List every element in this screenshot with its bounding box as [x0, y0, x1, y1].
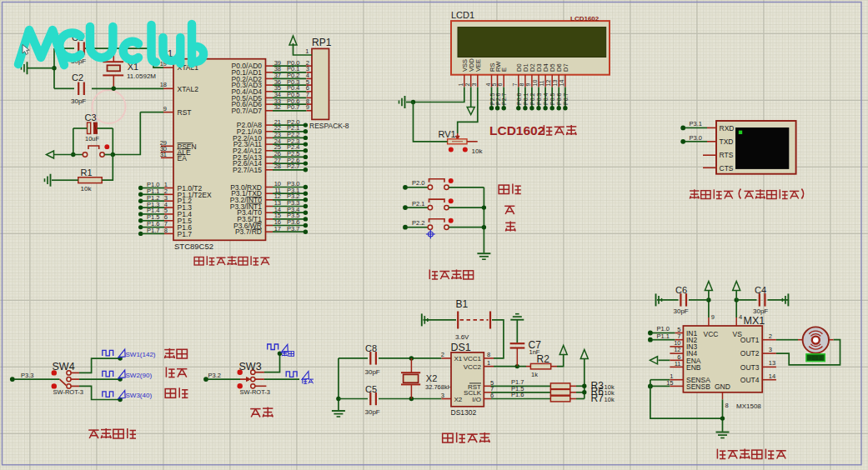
svg-text:SW3(40): SW3(40)	[126, 392, 153, 399]
svg-text:TXD: TXD	[720, 138, 734, 146]
svg-text:P1.7: P1.7	[178, 230, 193, 238]
svg-text:OUT3: OUT3	[740, 363, 760, 372]
svg-text:P3.1: P3.1	[690, 120, 702, 128]
svg-text:9: 9	[163, 105, 167, 112]
svg-text:3: 3	[441, 392, 444, 399]
svg-text:30pF: 30pF	[365, 368, 380, 376]
svg-text:SW-ROT-3: SW-ROT-3	[240, 388, 271, 396]
svg-text:7: 7	[512, 83, 518, 87]
svg-text:8: 8	[487, 351, 490, 358]
svg-text:P2.1: P2.1	[412, 200, 424, 208]
svg-text:8: 8	[725, 402, 728, 409]
svg-text:10k: 10k	[81, 185, 93, 192]
svg-text:STC89C52: STC89C52	[174, 242, 213, 251]
svg-text:11: 11	[539, 80, 544, 86]
svg-text:P1.7: P1.7	[147, 227, 159, 234]
svg-text:18: 18	[160, 81, 167, 88]
svg-text:9: 9	[306, 103, 309, 111]
svg-text:30pF: 30pF	[753, 308, 768, 315]
svg-text:SW1(142): SW1(142)	[126, 351, 156, 358]
svg-text:I/O: I/O	[472, 396, 481, 403]
svg-text:P3.7: P3.7	[287, 225, 299, 232]
svg-text:P0.7/AD7: P0.7/AD7	[232, 107, 263, 115]
svg-text:LCD1602: LCD1602	[489, 123, 544, 138]
svg-text:RV1: RV1	[439, 129, 456, 139]
svg-text:P0.7: P0.7	[287, 103, 299, 111]
svg-text:C8: C8	[365, 343, 377, 353]
svg-text:1: 1	[305, 48, 309, 55]
svg-text:VEE: VEE	[474, 59, 482, 72]
svg-text:3.6V: 3.6V	[455, 333, 469, 341]
svg-text:32: 32	[274, 103, 281, 111]
svg-text:D7: D7	[562, 63, 569, 72]
svg-text:SW4: SW4	[53, 361, 75, 372]
svg-text:P0.3: P0.3	[536, 92, 542, 105]
svg-text:10k: 10k	[472, 148, 484, 155]
svg-text:R7: R7	[591, 392, 605, 404]
svg-text:P2.0: P2.0	[412, 179, 424, 187]
svg-text:P0.4: P0.4	[543, 92, 549, 105]
svg-text:RXD: RXD	[720, 124, 735, 132]
svg-text:P2.7/A15: P2.7/A15	[233, 166, 262, 174]
svg-text:12: 12	[545, 80, 551, 87]
svg-text:2: 2	[769, 332, 772, 340]
svg-text:3: 3	[471, 83, 477, 87]
svg-text:VCC: VCC	[704, 330, 719, 338]
svg-text:17: 17	[274, 225, 281, 232]
svg-text:30pF: 30pF	[71, 98, 86, 105]
svg-text:VCC2: VCC2	[464, 363, 482, 371]
svg-text:SW3: SW3	[239, 361, 262, 372]
svg-text:3: 3	[769, 346, 772, 353]
svg-text:1: 1	[487, 359, 490, 367]
svg-text:P1.6: P1.6	[511, 391, 524, 398]
svg-text:8: 8	[164, 227, 168, 234]
svg-text:ENB: ENB	[686, 363, 701, 372]
svg-text:P0.7: P0.7	[563, 92, 569, 105]
svg-text:2: 2	[441, 351, 444, 358]
svg-text:LCD1: LCD1	[451, 10, 474, 20]
svg-text:5: 5	[491, 83, 497, 87]
svg-text:X1: X1	[454, 355, 463, 362]
svg-text:P2.5: P2.5	[489, 92, 495, 105]
svg-text:SW-ROT-3: SW-ROT-3	[53, 388, 84, 396]
svg-text:+88.8: +88.8	[809, 355, 823, 361]
svg-text:SW2(90): SW2(90)	[126, 372, 153, 379]
svg-text:RESPACK-8: RESPACK-8	[309, 122, 349, 130]
svg-text:R1: R1	[81, 168, 93, 178]
svg-text:LCD1602: LCD1602	[570, 15, 600, 22]
svg-text:P1.1: P1.1	[657, 332, 670, 340]
svg-text:31: 31	[160, 151, 167, 158]
svg-text:4: 4	[739, 313, 742, 321]
svg-text:RP1: RP1	[312, 37, 332, 48]
svg-text:C4: C4	[755, 285, 766, 295]
svg-text:P0.0: P0.0	[516, 92, 522, 105]
svg-text:11.0592M: 11.0592M	[127, 72, 156, 80]
svg-text:C3: C3	[85, 112, 97, 122]
svg-text:MX1508: MX1508	[736, 402, 761, 410]
svg-text:14: 14	[559, 80, 564, 87]
svg-text:VCC1: VCC1	[464, 355, 482, 362]
svg-text:1: 1	[458, 83, 464, 87]
svg-text:13: 13	[552, 80, 558, 87]
svg-text:8: 8	[519, 83, 524, 87]
svg-text:P2.6: P2.6	[495, 92, 501, 105]
svg-text:C6: C6	[675, 285, 687, 295]
svg-text:P2.7: P2.7	[287, 162, 299, 170]
svg-text:OUT2: OUT2	[740, 349, 760, 358]
svg-text:9: 9	[711, 313, 715, 321]
svg-text:P0.5: P0.5	[549, 92, 555, 105]
svg-text:OUT4: OUT4	[740, 376, 760, 384]
svg-text:E: E	[500, 68, 508, 72]
svg-text:P2.2: P2.2	[412, 219, 424, 227]
svg-text:CTS: CTS	[720, 164, 734, 172]
svg-text:P3.3: P3.3	[21, 372, 33, 379]
svg-text:P2.7: P2.7	[501, 92, 507, 105]
svg-text:OUT1: OUT1	[740, 336, 760, 344]
svg-text:XTAL2: XTAL2	[178, 85, 199, 93]
svg-text:SENSB: SENSB	[686, 382, 710, 391]
svg-text:P0.2: P0.2	[529, 92, 535, 105]
svg-text:10k: 10k	[605, 396, 615, 403]
svg-text:B1: B1	[456, 298, 469, 310]
svg-text:P0.1: P0.1	[523, 92, 529, 105]
svg-text:C5: C5	[365, 384, 377, 394]
